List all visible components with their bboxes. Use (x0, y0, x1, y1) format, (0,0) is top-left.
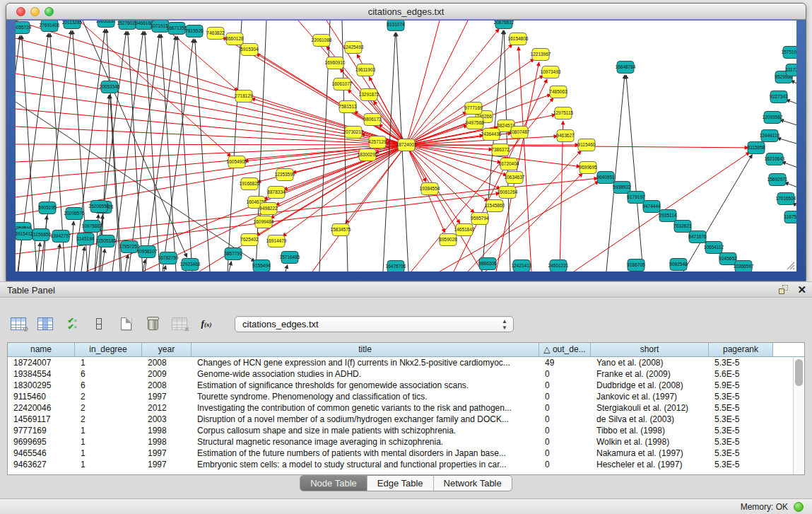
citation-edge-black[interactable] (626, 75, 643, 271)
cell-in-degree[interactable]: 2 (75, 414, 142, 425)
graph-node[interactable]: 16914479 (266, 235, 287, 247)
graph-node[interactable]: 11156859 (31, 229, 51, 241)
cell-out-de-[interactable]: 0 (539, 436, 591, 448)
table-select[interactable]: citations_edges.txt ▲▼ (235, 316, 514, 332)
graph-node[interactable]: 20206576 (64, 208, 85, 220)
graph-node[interactable]: 10975887 (82, 221, 102, 233)
network-window-titlebar[interactable]: citations_edges.txt (6, 4, 806, 20)
cell-name[interactable]: 19384554 (8, 368, 75, 380)
citation-edge-black[interactable] (164, 265, 166, 271)
cell-short[interactable]: Franke et al. (2009) (591, 368, 709, 380)
table-row[interactable]: 946362711997Embryonic stem cells: a mode… (8, 459, 804, 470)
graph-node[interactable]: 13942757 (51, 230, 71, 243)
graph-node[interactable]: 20876812 (494, 21, 514, 29)
row-select-button[interactable]: ✔▫✔▫ (64, 316, 81, 332)
citation-edge-black[interactable] (396, 33, 408, 271)
cell-pagerank[interactable]: 5.3E-5 (709, 414, 773, 425)
graph-node[interactable]: 14651847 (454, 224, 475, 236)
citation-edge-red[interactable] (408, 21, 440, 139)
graph-node[interactable]: 9155494 (252, 260, 271, 272)
graph-node[interactable]: 7632621 (673, 221, 692, 233)
column-header-short[interactable]: short (591, 343, 709, 356)
citation-edge-red[interactable] (283, 148, 401, 236)
graph-node[interactable]: 16960910 (325, 57, 346, 69)
graph-node[interactable]: 17016504 (776, 193, 796, 205)
citation-edge-black[interactable] (112, 31, 143, 271)
graph-node[interactable]: 1117333 (786, 64, 796, 76)
citation-edge-red[interactable] (411, 29, 500, 140)
citation-edge-black[interactable] (177, 36, 192, 271)
graph-node[interactable]: 2935114 (659, 210, 677, 222)
cell-short[interactable]: Hescheler et al. (1997) (591, 459, 709, 470)
graph-node[interactable]: 12444118 (760, 130, 780, 142)
cell-title[interactable]: Changes of HCN gene expression and I(f) … (192, 357, 539, 368)
scrollbar-thumb[interactable] (795, 359, 803, 386)
citation-edge-black[interactable] (18, 236, 22, 271)
graph-node[interactable]: 7463822 (206, 28, 225, 40)
cell-in-degree[interactable]: 6 (75, 380, 142, 391)
citation-edge-black[interactable] (129, 34, 160, 271)
cell-short[interactable]: Dudbridge et al. (2008) (591, 380, 709, 391)
graph-node[interactable]: 7485063 (549, 86, 567, 98)
graph-node[interactable]: 8878334 (267, 187, 286, 199)
graph-node[interactable]: 9092548 (669, 259, 688, 271)
cell-out-de-[interactable]: 0 (539, 368, 591, 380)
table-mode-button[interactable]: ⚙ (10, 316, 27, 332)
graph-node[interactable]: 9474444 (642, 201, 661, 213)
citation-edge-black[interactable] (286, 265, 288, 271)
graph-node[interactable]: 9595794 (471, 213, 489, 225)
graph-node[interactable]: 12213967 (531, 49, 551, 61)
cell-title[interactable]: Estimation of significance thresholds fo… (192, 380, 539, 391)
cell-year[interactable]: 2009 (142, 368, 192, 380)
cell-out-de-[interactable]: 0 (539, 459, 591, 470)
cell-out-de-[interactable]: 49 (539, 357, 591, 368)
graph-node[interactable]: 3857791 (224, 248, 242, 260)
graph-node[interactable]: 12923468 (180, 259, 201, 271)
cell-in-degree[interactable]: 2 (75, 391, 142, 402)
column-header-in-degree[interactable]: in_degree (75, 343, 142, 356)
graph-node[interactable]: 27691406 (40, 21, 60, 32)
cell-year[interactable]: 2003 (142, 414, 192, 425)
graph-node[interactable]: 16054905 (227, 156, 247, 168)
cell-pagerank[interactable]: 5.3E-5 (709, 357, 773, 368)
cell-pagerank[interactable]: 5.5E-5 (709, 402, 773, 414)
row-height-button[interactable] (90, 316, 107, 332)
cell-year[interactable]: 1997 (142, 448, 192, 459)
graph-node[interactable]: 16061264 (498, 187, 518, 199)
graph-node[interactable]: 16061077 (332, 78, 353, 90)
cell-name[interactable]: 9115460 (8, 391, 75, 402)
graph-node[interactable]: 18300295 (358, 149, 378, 161)
graph-node[interactable]: 1167533 (784, 211, 796, 223)
graph-node[interactable]: 9186705 (627, 259, 645, 271)
graph-node[interactable]: 13291872 (359, 89, 379, 101)
new-column-button[interactable] (117, 316, 134, 332)
tab-edge-table[interactable]: Edge Table (367, 476, 434, 491)
cell-out-de-[interactable]: 0 (539, 425, 591, 436)
graph-node[interactable]: 8471676 (688, 231, 707, 243)
graph-node[interactable]: 4257129 (368, 136, 387, 148)
cell-title[interactable]: Embryonic stem cells: a model to study s… (192, 459, 539, 470)
cell-title[interactable]: Corpus callosum shape and size in male p… (192, 425, 539, 436)
table-row[interactable]: 977716911998Corpus callosum shape and si… (8, 425, 804, 436)
graph-node[interactable]: 16671355 (167, 23, 187, 35)
network-canvas[interactable]: 1872400724055724276914062011328510655287… (16, 21, 796, 271)
graph-node[interactable]: 10958107 (137, 246, 158, 258)
float-panel-icon[interactable] (779, 285, 789, 295)
citation-edge-black[interactable] (81, 247, 85, 271)
graph-node[interactable]: 16648784 (616, 62, 636, 74)
graph-node[interactable]: 15834575 (331, 224, 351, 236)
citation-edge-black[interactable] (683, 154, 752, 271)
citation-edge-black[interactable] (145, 36, 176, 271)
cell-pagerank[interactable]: 5.3E-5 (709, 448, 773, 459)
cell-name[interactable]: 9463627 (8, 459, 75, 470)
graph-node[interactable]: 16720404 (499, 158, 519, 170)
cell-short[interactable]: Tibbo et al. (1998) (591, 425, 709, 436)
cell-short[interactable]: Yano et al. (2008) (591, 357, 709, 368)
graph-node[interactable]: 20730217 (343, 127, 364, 139)
graph-node[interactable]: 6179197 (627, 192, 645, 204)
graph-node[interactable]: 9497568 (466, 117, 484, 129)
column-header-title[interactable]: title (192, 343, 539, 356)
cell-short[interactable]: Nakamura et al. (1997) (591, 448, 709, 459)
citation-edge-black[interactable] (777, 138, 796, 145)
table-row[interactable]: 946554611997Estimation of the future num… (8, 448, 804, 459)
